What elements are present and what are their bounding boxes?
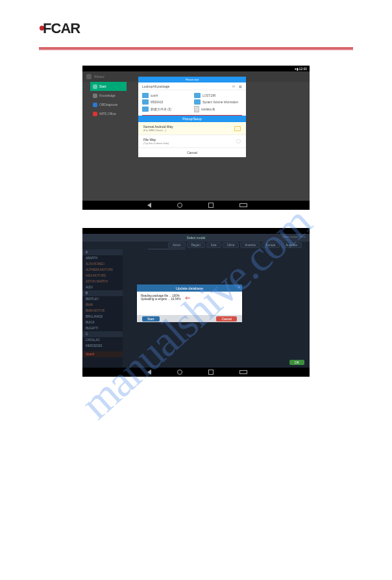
folder-item[interactable]: 新建文件夹 (3) [142, 106, 188, 112]
screenshots-container: ▾ ▮ 12:00 Wizard Start Knowledge [0, 50, 392, 392]
grid-icon[interactable]: ▦ [239, 84, 242, 88]
tab-america[interactable]: America [240, 242, 260, 248]
home-icon[interactable] [177, 203, 182, 208]
sidebar-item[interactable]: BRILLIANCE [82, 314, 123, 320]
folder-icon [142, 107, 149, 112]
option-subtitle: (For MMS,Gmail,...) [143, 129, 173, 132]
home-icon[interactable] [177, 370, 182, 375]
sidebar-item-knowledge[interactable]: Knowledge [90, 91, 127, 100]
folder-item[interactable]: LOST.DIR [194, 93, 239, 98]
screenshot-1: ▾ ▮ 12:00 Wizard Start Knowledge [82, 66, 310, 210]
recents-icon[interactable] [208, 370, 214, 375]
progress-lines: Reading package file ... 100% Uploading … [141, 294, 181, 301]
dialog-header-small: Please wait [138, 77, 246, 82]
sidebar-item[interactable]: ABARTH [82, 255, 123, 261]
back-icon[interactable] [145, 370, 151, 375]
tab-action[interactable]: Action [168, 242, 186, 248]
option-normal-android[interactable]: Normal Android Way (For MMS,Gmail,...) [138, 122, 246, 135]
region-tabs: Action Region Asia China America Europe … [115, 241, 306, 249]
back-icon[interactable] [145, 203, 151, 208]
sidebar-item[interactable]: ALFA ROMEO [82, 261, 123, 267]
dialog-footer: Start Cancel [137, 315, 242, 322]
sidebar-item[interactable]: BMW MOTOR [82, 308, 123, 314]
pickup-banner: Pickup/Setup [138, 116, 246, 122]
sidebar-item[interactable]: ALPHERA MOTORS [82, 267, 123, 273]
sidebar-item[interactable]: BUGATTI [82, 325, 123, 331]
file-picker-dialog: Please wait LookupAll.package ⟳ ▦ comfr … [138, 77, 246, 157]
folder-grid: comfr LOST.DIR MSDIA10 System Volume Inf… [138, 90, 246, 115]
sidebar-item[interactable]: MERCEDES [82, 343, 123, 349]
start-icon [93, 84, 97, 89]
logo-text: FCAR [43, 20, 80, 37]
tab-asia[interactable]: Asia [206, 242, 221, 248]
option-subtitle: (Try this if above fails) [143, 142, 169, 145]
sidebar-item-start[interactable]: Start [90, 82, 127, 91]
sidebar-item-obd[interactable]: OBDiagnose [90, 100, 127, 109]
logo: • FCAR [39, 18, 353, 38]
tab-region[interactable]: Region [187, 242, 205, 248]
cancel-button[interactable]: Cancel [138, 148, 246, 157]
status-time: 12:00 [299, 67, 307, 71]
sidebar-item[interactable]: ASIA MOTORS [82, 273, 123, 279]
update-dialog: Update database × Reading package file .… [137, 284, 242, 322]
s2-background: Select model Client version : V2.1 Actio… [82, 234, 310, 368]
sidebar-label: OBDiagnose [99, 103, 117, 107]
sidebar-item-wps[interactable]: WPS Office [90, 109, 127, 118]
option-file-way[interactable]: File Way (Try this if above fails) [138, 135, 246, 148]
sidebar-letter-c: C [82, 331, 123, 337]
folder-icon [142, 99, 149, 105]
sidebar-item[interactable]: AUDI [82, 284, 123, 290]
folder-label: 新建文件夹 (3) [151, 108, 171, 111]
sidebar-item[interactable]: BMW [82, 302, 123, 308]
folder-label: System Volume Information [202, 101, 238, 104]
close-icon[interactable]: × [238, 285, 240, 289]
option-text: Normal Android Way (For MMS,Gmail,...) [143, 125, 173, 132]
sidebar-item[interactable]: BENTLEY [82, 296, 123, 302]
knowledge-icon [93, 94, 97, 98]
page-header: • FCAR [0, 0, 392, 44]
file-item[interactable]: cardata.db [194, 106, 239, 112]
version-text: Client version : V2.1 [282, 235, 306, 238]
folder-label: comfr [151, 94, 158, 97]
dialog-breadcrumb-bar: LookupAll.package ⟳ ▦ [138, 82, 246, 90]
android-statusbar: ▾ ▮ 12:00 [82, 66, 310, 71]
screenshot-icon[interactable] [239, 203, 247, 207]
folder-item[interactable]: comfr [142, 93, 188, 98]
ok-button[interactable]: OK [289, 360, 304, 365]
file-icon [194, 106, 199, 112]
sidebar-selected[interactable]: Abarth [82, 351, 123, 357]
breadcrumb-text: LookupAll.package [142, 84, 169, 88]
sidebar-item[interactable]: ASTON MARTIN [82, 279, 123, 284]
refresh-icon[interactable]: ⟳ [232, 84, 235, 88]
arrow-left-icon: ⇐ [185, 296, 190, 301]
tab-china[interactable]: China [223, 242, 239, 248]
wps-icon [93, 112, 97, 116]
screenshot-2: Select model Client version : V2.1 Actio… [82, 228, 310, 377]
sidebar-item[interactable]: BUICK [82, 320, 123, 325]
sidebar-item[interactable]: CADILLAC [82, 337, 123, 343]
options-list: Normal Android Way (For MMS,Gmail,...) F… [138, 122, 246, 157]
option-text: File Way (Try this if above fails) [143, 138, 169, 145]
file-label: cardata.db [201, 108, 215, 111]
folder-item[interactable]: MSDIA10 [142, 99, 188, 105]
android-statusbar [82, 228, 310, 234]
radio-icon [236, 139, 241, 144]
screenshot-icon[interactable] [239, 370, 247, 374]
tab-australia[interactable]: Australia [281, 242, 302, 248]
cancel-button[interactable]: Cancel [216, 316, 237, 322]
dialog-title-text: Update database [176, 286, 203, 290]
model-sidebar: A ABARTH ALFA ROMEO ALPHERA MOTORS ASIA … [82, 249, 123, 368]
dialog-body: Reading package file ... 100% Uploading … [137, 292, 242, 315]
android-navbar [82, 368, 310, 377]
sidebar-letter-a: A [82, 249, 123, 255]
android-navbar [82, 201, 310, 210]
recents-icon[interactable] [208, 203, 214, 208]
sidebar-label: WPS Office [99, 112, 116, 116]
tab-europe[interactable]: Europe [262, 242, 280, 248]
start-button[interactable]: Start [142, 316, 160, 322]
folder-icon [142, 93, 149, 98]
folder-item[interactable]: System Volume Information [194, 99, 239, 105]
breadcrumb-actions: ⟳ ▦ [232, 84, 242, 88]
dialog-title: Update database × [137, 284, 242, 292]
folder-icon [194, 93, 201, 98]
